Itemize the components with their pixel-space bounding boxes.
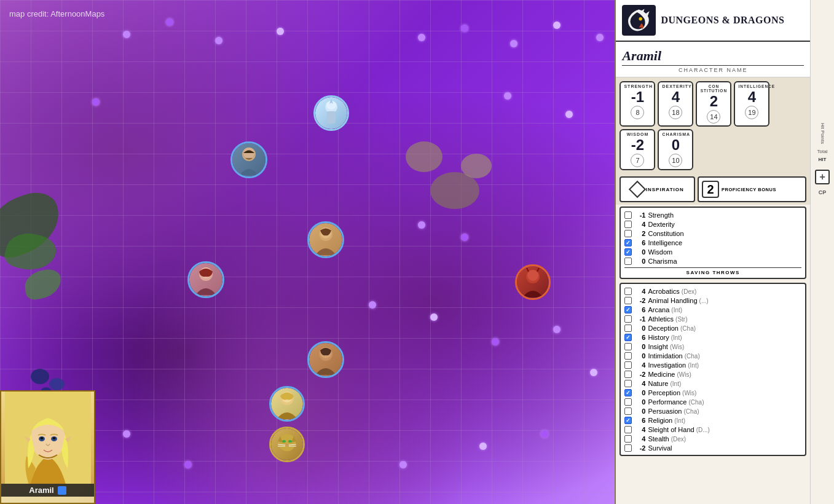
save-strength-value: -1 — [634, 211, 645, 219]
skill-deception-value: 0 — [634, 325, 645, 332]
skill-investigation-checkbox[interactable] — [624, 361, 632, 369]
proficiency-label: PROFICIENCY BONUS — [722, 187, 776, 192]
svg-point-19 — [282, 440, 286, 443]
token-6[interactable] — [307, 341, 344, 378]
save-intelligence-name: Intelligence — [648, 239, 801, 246]
save-wisdom-checkbox[interactable] — [624, 248, 632, 256]
character-art — [1, 392, 94, 484]
save-charisma-checkbox[interactable] — [624, 258, 632, 265]
char-name-bar: Aramil — [1, 484, 94, 497]
save-charisma-value: 0 — [634, 258, 645, 265]
skill-nature-value: 4 — [634, 380, 645, 387]
skill-stealth-checkbox[interactable] — [624, 435, 632, 443]
skill-intimidation-name: Intimidation (Cha) — [648, 352, 801, 360]
wisdom-label: WISDOM — [622, 132, 653, 136]
save-constitution: 2 Constitution — [624, 229, 801, 238]
skill-nature: 4 Nature (Int) — [624, 379, 801, 388]
save-dexterity-name: Dexterity — [648, 221, 801, 228]
skill-performance-value: 0 — [634, 398, 645, 406]
skill-arcana-value: 6 — [634, 306, 645, 313]
skill-medicine-value: -2 — [634, 371, 645, 378]
skill-arcana-checkbox[interactable] — [624, 306, 632, 313]
skill-perception-checkbox[interactable] — [624, 389, 632, 396]
char-name-label: Aramil — [29, 486, 53, 495]
skill-deception-checkbox[interactable] — [624, 325, 632, 332]
skill-insight: 0 Insight (Wis) — [624, 342, 801, 351]
save-intelligence: 6 Intelligence — [624, 238, 801, 247]
token-2[interactable] — [230, 141, 267, 178]
save-intelligence-value: 6 — [634, 239, 645, 246]
token-1[interactable] — [313, 95, 349, 131]
token-5[interactable] — [515, 264, 551, 300]
inspiration-box: INSPIRATION — [620, 176, 695, 202]
save-constitution-checkbox[interactable] — [624, 230, 632, 237]
char-active-indicator — [58, 486, 66, 495]
skill-acrobatics-checkbox[interactable] — [624, 288, 632, 295]
save-charisma: 0 Charisma — [624, 256, 801, 266]
skill-survival: -2 Survival — [624, 443, 801, 452]
wisdom-value: 7 — [631, 154, 644, 167]
skill-athletics-checkbox[interactable] — [624, 315, 632, 323]
dexterity-modifier: 4 — [660, 90, 691, 104]
skill-performance-checkbox[interactable] — [624, 398, 632, 406]
intelligence-box: INTELLIGENCE 4 19 — [734, 81, 769, 127]
skill-sleight-of-hand-checkbox[interactable] — [624, 426, 632, 433]
token-4[interactable] — [187, 261, 224, 298]
right-panel-partial: Hit Points Total HIT + CP — [810, 0, 834, 504]
charisma-value: 10 — [669, 154, 682, 167]
skill-performance-name: Performance (Cha) — [648, 398, 801, 406]
skill-acrobatics: 4 Acrobatics (Dex) — [624, 286, 801, 296]
skills-section: 4 Acrobatics (Dex) -2 Animal Handling (.… — [620, 283, 806, 456]
save-strength-checkbox[interactable] — [624, 211, 632, 219]
map-credit: map credit: AfternoonMaps — [9, 9, 104, 18]
skill-medicine-checkbox[interactable] — [624, 371, 632, 378]
skill-animal-handling-name: Animal Handling (...) — [648, 297, 801, 304]
skill-history: 6 History (Int) — [624, 333, 801, 342]
skill-nature-checkbox[interactable] — [624, 380, 632, 387]
svg-point-20 — [288, 440, 292, 443]
skill-sleight-of-hand-value: 4 — [634, 426, 645, 433]
skill-survival-value: -2 — [634, 444, 645, 452]
save-intelligence-checkbox[interactable] — [624, 239, 632, 246]
saving-throws-section: -1 Strength 4 Dexterity 2 Constitution 6… — [620, 207, 806, 279]
skill-religion-checkbox[interactable] — [624, 417, 632, 424]
charisma-box: CHARISMA 0 10 — [658, 129, 693, 170]
constitution-modifier: 2 — [698, 94, 729, 109]
wisdom-modifier: -2 — [622, 138, 653, 152]
skill-insight-value: 0 — [634, 343, 645, 350]
skill-insight-checkbox[interactable] — [624, 343, 632, 350]
token-7[interactable] — [269, 386, 305, 422]
skill-intimidation-checkbox[interactable] — [624, 352, 632, 360]
svg-point-32 — [52, 437, 55, 439]
character-card: Aramil — [0, 390, 95, 504]
save-dexterity: 4 Dexterity — [624, 219, 801, 229]
map-area[interactable]: map credit: AfternoonMaps — [0, 0, 615, 504]
constitution-value: 14 — [707, 110, 720, 124]
save-strength-name: Strength — [648, 211, 801, 219]
skill-survival-name: Survival — [648, 444, 801, 452]
token-3[interactable] — [307, 221, 344, 258]
skill-animal-handling-checkbox[interactable] — [624, 297, 632, 304]
save-dexterity-checkbox[interactable] — [624, 221, 632, 228]
skill-investigation-name: Investigation (Int) — [648, 361, 801, 369]
skill-deception: 0 Deception (Cha) — [624, 323, 801, 333]
add-button[interactable]: + — [815, 170, 830, 184]
skill-acrobatics-name: Acrobatics (Dex) — [648, 288, 801, 295]
skill-intimidation: 0 Intimidation (Cha) — [624, 351, 801, 360]
skill-history-name: History (Int) — [648, 334, 801, 341]
save-constitution-value: 2 — [634, 230, 645, 237]
dnd-header: DUNGEONS & DRAGONS — [616, 0, 810, 42]
strength-value: 8 — [631, 106, 644, 119]
svg-point-31 — [40, 437, 43, 439]
token-8[interactable] — [269, 427, 305, 462]
skill-persuasion-checkbox[interactable] — [624, 408, 632, 415]
svg-point-16 — [278, 434, 296, 451]
skill-history-checkbox[interactable] — [624, 334, 632, 341]
dexterity-value: 18 — [669, 106, 682, 119]
skill-survival-checkbox[interactable] — [624, 444, 632, 452]
dexterity-box: DEXTERITY 4 18 — [658, 81, 693, 127]
character-name-section: Aramil CHARACTER NAME — [616, 42, 810, 77]
constitution-label: CON STITUTION — [698, 84, 729, 93]
skill-medicine-name: Medicine (Wis) — [648, 371, 801, 378]
save-wisdom-value: 0 — [634, 248, 645, 256]
